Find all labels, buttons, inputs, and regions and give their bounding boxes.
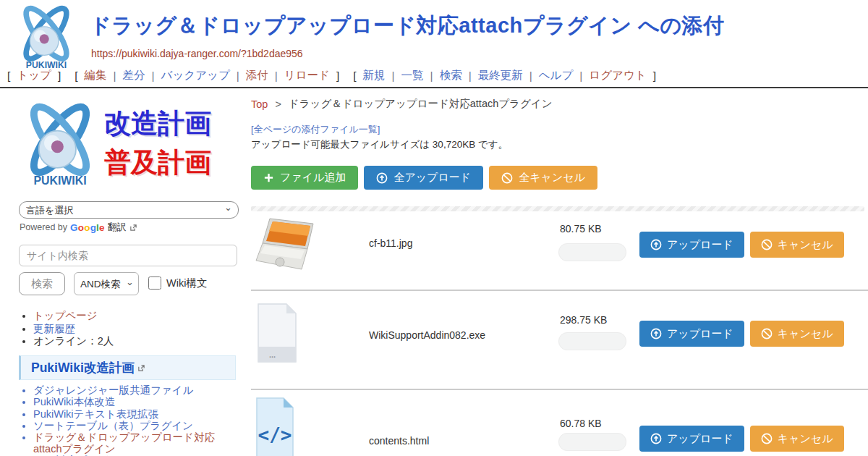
list-item: ドラッグ＆ドロップアップロード対応attachプラグイン (33, 432, 242, 455)
all-attachments-link[interactable]: [全ページの添付ファイル一覧] (251, 123, 380, 136)
sidebar-section-title: PukiWiki改造計画 (31, 359, 135, 376)
sidebar-quick-links: トップページ 更新履歴 オンライン：2人 (33, 310, 114, 348)
list-item: オンライン：2人 (33, 335, 114, 348)
upload-button[interactable]: アップロード (639, 232, 744, 258)
nav-divider: | (529, 69, 532, 83)
file-actions: アップロード キャンセル (639, 232, 844, 258)
cancel-all-button[interactable]: 全キャンセル (489, 166, 597, 190)
sidebar-section-header[interactable]: PukiWiki改造計画 (19, 355, 236, 380)
sidebar-item-top-page[interactable]: トップページ (33, 310, 98, 321)
upload-circle-icon (650, 328, 662, 339)
pukiwiki-atom-icon: PUKIWIKI (16, 100, 104, 188)
upload-button[interactable]: アップロード (639, 426, 744, 452)
wiki-syntax-checkbox[interactable] (148, 276, 161, 290)
nav-item-list[interactable]: 一覧 (401, 68, 424, 83)
page-title: ドラッグ＆ドロップアップロード対応attachプラグイン への添付 (90, 12, 725, 41)
bracket: [ (353, 69, 356, 83)
file-size: 298.75 KB (560, 314, 607, 326)
nav-divider: | (469, 69, 472, 83)
upload-all-button[interactable]: 全アップロード (364, 166, 483, 190)
ban-icon (501, 172, 513, 184)
nav-item-edit[interactable]: 編集 (85, 68, 107, 83)
list-item: 更新履歴 (33, 323, 114, 336)
generic-file-icon: ... (257, 303, 297, 366)
upload-circle-icon (650, 239, 662, 250)
sidebar-item-core-mod[interactable]: PukiWiki本体改造 (33, 396, 116, 408)
file-actions: アップロード キャンセル (639, 426, 844, 452)
upload-toolbar: ファイル追加 全アップロード 全キャンセル (251, 166, 597, 190)
logo-wordmark: PUKIWIKI (33, 174, 86, 187)
nav-divider: | (430, 69, 433, 83)
breadcrumb: Top > ドラッグ＆ドロップアップロード対応attachプラグイン (251, 97, 552, 111)
search-mode-select[interactable]: AND検索 (74, 272, 139, 295)
list-item: トップページ (33, 310, 114, 323)
pukiwiki-logo-icon[interactable]: PUKIWIKI (12, 3, 81, 71)
nav-item-attach[interactable]: 添付 (246, 68, 268, 83)
file-row: ... WikiSupportAddin082.exe 298.75 KB アッ… (251, 290, 868, 389)
cancel-button[interactable]: キャンセル (750, 321, 844, 347)
svg-text:</>: </> (258, 424, 292, 446)
pukiwiki-attach-page: PUKIWIKI ドラッグ＆ドロップアップロード対応attachプラグイン への… (0, 0, 868, 456)
nav-item-help[interactable]: ヘルプ (539, 68, 574, 83)
nav-item-search[interactable]: 検索 (440, 68, 462, 83)
bracket: ] (653, 69, 656, 83)
cancel-button[interactable]: キャンセル (750, 426, 844, 452)
nav-divider: | (275, 69, 278, 83)
laptop-photo-thumbnail (255, 217, 329, 278)
nav-item-backup[interactable]: バックアップ (161, 68, 230, 83)
upload-circle-icon (376, 172, 388, 184)
upload-progress-bar (558, 243, 626, 261)
file-row: </> contents.html 60.78 KB アップロード キャンセル (251, 389, 868, 456)
file-actions: アップロード キャンセル (639, 321, 844, 347)
nav-divider: | (392, 69, 395, 83)
file-row: cf-b11.jpg 80.75 KB アップロード キャンセル (251, 211, 868, 290)
cancel-button[interactable]: キャンセル (750, 232, 844, 258)
list-item: PukiWikiテキスト表現拡張 (33, 409, 242, 421)
sidebar-item-text-ext[interactable]: PukiWikiテキスト表現拡張 (33, 408, 158, 420)
bracket: ] (336, 69, 339, 83)
sidebar-link-list: ダジャレンジャー版共通ファイル PukiWiki本体改造 PukiWikiテキス… (33, 385, 242, 456)
sidebar-logo-line1: 改造計画 (104, 106, 211, 142)
sidebar-logo[interactable]: PUKIWIKI 改造計画 普及計画 (16, 100, 240, 191)
search-button[interactable]: 検索 (19, 272, 65, 295)
header-divider (0, 87, 868, 88)
site-search-input[interactable] (19, 245, 237, 266)
top-navigation: [ トップ ] [ 編集 | 差分 | バックアップ | 添付 | リロード ]… (7, 68, 656, 83)
nav-item-top[interactable]: トップ (17, 68, 51, 83)
powered-by-label: Powered by (20, 222, 67, 232)
sidebar-item-common-files[interactable]: ダジャレンジャー版共通ファイル (33, 384, 193, 396)
list-item: PukiWiki本体改造 (33, 397, 242, 408)
wiki-syntax-label: Wiki構文 (166, 276, 207, 290)
nav-item-new[interactable]: 新規 (363, 68, 386, 83)
bracket: [ (7, 69, 10, 83)
upload-progress-bar (558, 433, 626, 451)
nav-item-diff[interactable]: 差分 (123, 68, 145, 83)
sidebar-item-sort-table[interactable]: ソートテーブル（表）プラグイン (33, 420, 193, 431)
language-select[interactable]: 言語を選択 (19, 201, 239, 219)
nav-item-logout[interactable]: ログアウト (589, 68, 646, 83)
upload-button[interactable]: アップロード (639, 321, 744, 347)
ban-icon (761, 328, 773, 339)
page-url-link[interactable]: https://pukiwiki.dajya-ranger.com/?1bd2d… (91, 48, 303, 59)
nav-divider: | (237, 69, 239, 83)
add-files-button[interactable]: ファイル追加 (251, 166, 358, 190)
google-translate-credit: Powered by Google 翻訳 (20, 221, 137, 234)
online-count: オンライン：2人 (33, 335, 114, 347)
sidebar-item-history[interactable]: 更新履歴 (33, 323, 75, 334)
file-size: 60.78 KB (560, 418, 602, 429)
dropzone-stripe (251, 206, 864, 211)
nav-item-reload[interactable]: リロード (284, 68, 330, 83)
translate-label: 翻訳 (108, 221, 127, 234)
file-name: contents.html (369, 435, 429, 447)
nav-divider: | (152, 69, 155, 83)
language-select-wrap: 言語を選択 ⌄ (19, 201, 239, 219)
nav-divider: | (114, 69, 116, 83)
breadcrumb-home-link[interactable]: Top (251, 98, 268, 110)
code-file-icon: </> (255, 397, 294, 456)
breadcrumb-separator: > (275, 98, 281, 110)
sidebar-item-dragdrop-attach[interactable]: ドラッグ＆ドロップアップロード対応attachプラグイン (33, 431, 215, 455)
plus-icon (263, 172, 274, 183)
ban-icon (761, 433, 773, 444)
ban-icon (761, 239, 773, 250)
nav-item-recent[interactable]: 最終更新 (478, 68, 523, 83)
